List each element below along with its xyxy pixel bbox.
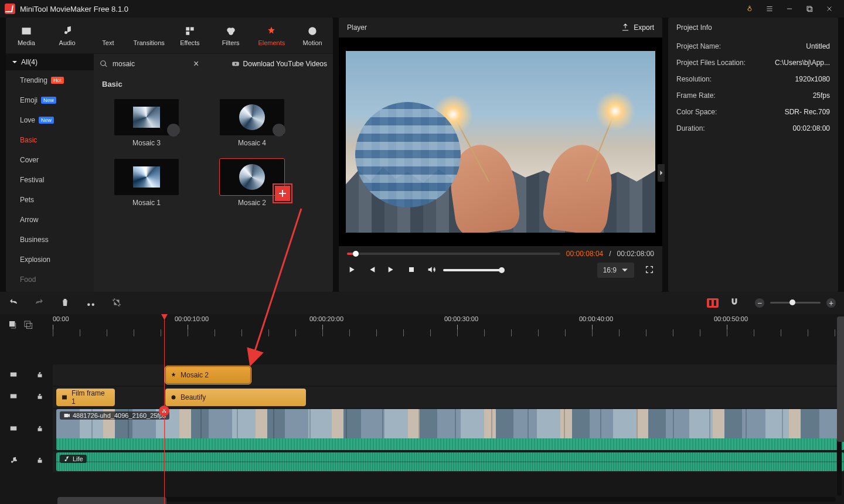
sidebar-item-emoji[interactable]: EmojiNew xyxy=(6,90,94,110)
sidebar-item-festival[interactable]: Festival xyxy=(6,170,94,190)
lock-icon[interactable] xyxy=(36,424,44,434)
effect-icon xyxy=(170,394,177,401)
element-mosaic-2[interactable]: Mosaic 2 xyxy=(217,159,287,207)
undo-button[interactable] xyxy=(8,297,19,309)
lock-icon[interactable] xyxy=(36,456,44,466)
ruler-label: 00:00:50:00 xyxy=(714,315,748,322)
play-button[interactable] xyxy=(347,265,356,276)
section-title: Basic xyxy=(94,74,333,93)
magnet-toggle[interactable] xyxy=(729,297,740,309)
delete-button[interactable] xyxy=(60,297,70,309)
svg-point-9 xyxy=(311,29,314,32)
prev-frame-button[interactable] xyxy=(367,265,376,276)
playhead[interactable] xyxy=(164,314,165,504)
maximize-icon[interactable] xyxy=(799,0,819,18)
tab-motion[interactable]: Motion xyxy=(292,18,333,53)
track-type-icon[interactable] xyxy=(9,370,18,380)
tab-filters[interactable]: Filters xyxy=(210,18,251,53)
clip-film-frame-1[interactable]: Film frame 1 xyxy=(56,389,115,406)
tab-elements[interactable]: Elements xyxy=(251,18,292,53)
sidebar-item-arrow[interactable]: Arrow xyxy=(6,210,94,230)
video-icon xyxy=(63,412,70,419)
element-mosaic-3[interactable]: Mosaic 3 xyxy=(111,99,182,147)
tab-text[interactable]: Text xyxy=(88,18,129,53)
sidebar-header[interactable]: All(4) xyxy=(6,54,94,70)
sidebar-item-love[interactable]: LoveNew xyxy=(6,110,94,130)
minimize-icon[interactable] xyxy=(780,0,799,18)
ruler-label: 00:00:20:00 xyxy=(309,315,343,322)
track-type-icon[interactable] xyxy=(9,456,18,466)
track-audio[interactable]: Life xyxy=(53,451,844,472)
tab-effects[interactable]: Effects xyxy=(169,18,210,53)
upgrade-icon[interactable] xyxy=(740,0,760,18)
lock-icon[interactable] xyxy=(36,392,44,402)
sidebar-item-cover[interactable]: Cover xyxy=(6,150,94,170)
track-overlays[interactable]: Film frame 1 Beautify xyxy=(53,387,844,408)
sidebar-item-business[interactable]: Business xyxy=(6,230,94,250)
next-frame-button[interactable] xyxy=(387,265,396,276)
aspect-ratio-select[interactable]: 16:9 xyxy=(597,263,634,278)
library-sidebar[interactable]: All(4) TrendingHot EmojiNew LoveNew Basi… xyxy=(6,54,94,292)
playhead-split-icon[interactable] xyxy=(159,406,169,416)
download-youtube-link[interactable]: Download YouTube Videos xyxy=(232,60,327,68)
crop-button[interactable] xyxy=(111,297,122,309)
sidebar-item-explosion[interactable]: Explosion xyxy=(6,250,94,270)
split-button[interactable] xyxy=(86,297,96,309)
track-options-button[interactable] xyxy=(23,320,33,331)
search-field[interactable] xyxy=(111,59,188,69)
timeline-tracks[interactable]: 00:00 00:00:10:00 00:00:20:00 00:00:30:0… xyxy=(53,314,844,504)
volume-button[interactable] xyxy=(427,265,436,276)
tab-media[interactable]: Media xyxy=(6,18,47,53)
svg-rect-19 xyxy=(10,394,16,398)
track-type-icon[interactable] xyxy=(9,392,18,402)
fullscreen-button[interactable] xyxy=(645,265,654,276)
menu-icon[interactable] xyxy=(760,0,780,18)
clip-audio-life[interactable]: Life xyxy=(56,452,844,471)
timeline-v-scrollbar[interactable] xyxy=(837,316,842,496)
clip-beautify[interactable]: Beautify xyxy=(165,389,306,406)
add-to-timeline-icon[interactable] xyxy=(275,186,290,201)
sidebar-item-pets[interactable]: Pets xyxy=(6,190,94,210)
zoom-out-button[interactable]: − xyxy=(755,298,764,308)
player-viewport[interactable] xyxy=(339,38,662,246)
download-icon[interactable] xyxy=(273,124,285,137)
track-type-icon[interactable] xyxy=(9,424,18,434)
sidebar-item-food[interactable]: Food xyxy=(6,270,94,290)
track-video[interactable]: 4881726-uhd_4096_2160_25fps xyxy=(53,409,844,450)
search-input[interactable]: × xyxy=(100,59,201,69)
export-button[interactable]: Export xyxy=(621,23,654,32)
clip-video-main[interactable]: 4881726-uhd_4096_2160_25fps xyxy=(56,409,844,450)
timeline-h-scrollbar[interactable] xyxy=(57,497,836,502)
track-headers xyxy=(0,314,53,504)
download-icon[interactable] xyxy=(167,124,180,137)
zoom-slider[interactable] xyxy=(770,302,821,304)
time-total: 00:02:08:00 xyxy=(617,250,654,258)
element-mosaic-1[interactable]: Mosaic 1 xyxy=(111,159,182,207)
tab-transitions[interactable]: Transitions xyxy=(128,18,169,53)
timeline-ruler[interactable]: 00:00 00:00:10:00 00:00:20:00 00:00:30:0… xyxy=(53,314,844,336)
track-elements[interactable]: Mosaic 2 xyxy=(53,365,844,386)
zoom-in-button[interactable]: + xyxy=(826,298,836,308)
lock-icon[interactable] xyxy=(36,370,44,380)
clear-search-icon[interactable]: × xyxy=(191,59,201,69)
clip-mosaic-2[interactable]: Mosaic 2 xyxy=(165,366,251,384)
sidebar-item-trending[interactable]: TrendingHot xyxy=(6,70,94,90)
sidebar-item-basic[interactable]: Basic xyxy=(6,130,94,150)
snap-toggle[interactable] xyxy=(707,298,719,308)
tab-audio[interactable]: Audio xyxy=(47,18,88,53)
video-canvas xyxy=(346,51,655,233)
svg-point-24 xyxy=(15,459,17,461)
element-mosaic-4[interactable]: Mosaic 4 xyxy=(217,99,287,147)
stop-button[interactable] xyxy=(407,265,416,276)
add-track-button[interactable] xyxy=(8,320,18,331)
thumb-grid: Mosaic 3 Mosaic 4 Mosaic 1 Mosaic 2 xyxy=(94,93,333,213)
seek-bar[interactable] xyxy=(347,253,560,255)
close-icon[interactable] xyxy=(819,0,839,18)
badge-new: New xyxy=(39,117,54,124)
zoom-control: − + xyxy=(755,298,836,308)
svg-rect-21 xyxy=(10,426,16,430)
youtube-icon xyxy=(232,60,240,68)
redo-button[interactable] xyxy=(34,297,45,309)
collapse-info-panel[interactable] xyxy=(658,164,665,182)
volume-slider[interactable] xyxy=(443,269,502,271)
